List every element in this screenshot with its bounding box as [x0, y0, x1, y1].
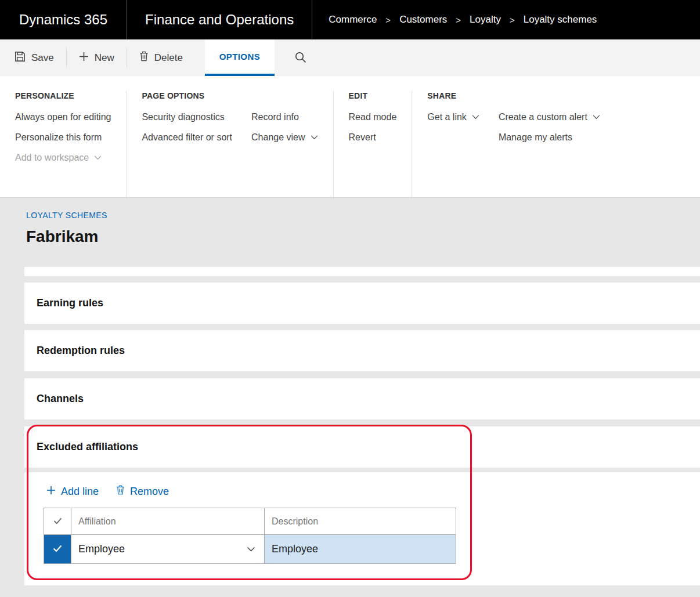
section-excluded-affiliations[interactable]: Excluded affiliations: [24, 426, 700, 468]
action-toolbar: Save New Delete OPTIONS: [0, 39, 700, 76]
table-header-row: Affiliation Description: [44, 508, 456, 535]
section-label: Excluded affiliations: [37, 441, 138, 453]
breadcrumb-loyalty-schemes[interactable]: Loyalty schemes: [524, 14, 597, 26]
chevron-down-icon: [593, 115, 600, 120]
column-header-affiliation[interactable]: Affiliation: [71, 508, 265, 535]
section-redemption-rules[interactable]: Redemption rules: [24, 330, 700, 371]
always-open-for-editing-label: Always open for editing: [15, 112, 111, 122]
personalize-group: PERSONALIZE Always open for editing Pers…: [0, 91, 126, 197]
manage-my-alerts-label: Manage my alerts: [499, 132, 572, 143]
revert[interactable]: Revert: [349, 132, 397, 143]
search-button[interactable]: [282, 39, 319, 76]
chevron-down-icon: [472, 115, 479, 120]
grid-toolbar: Add line Remove: [46, 485, 700, 498]
affiliation-dropdown[interactable]: Employee: [71, 535, 265, 564]
security-diagnostics-label: Security diagnostics: [142, 112, 224, 122]
share-title: SHARE: [427, 91, 600, 100]
trash-icon: [116, 485, 125, 498]
affiliation-value: Employee: [78, 543, 125, 555]
table-row: Employee Employee: [44, 535, 456, 564]
personalize-title: PERSONALIZE: [15, 91, 111, 100]
select-all-checkbox[interactable]: [44, 508, 71, 535]
module-title[interactable]: Finance and Operations: [127, 0, 312, 39]
read-mode-label: Read mode: [349, 112, 397, 122]
change-view[interactable]: Change view: [251, 132, 318, 143]
chevron-down-icon: [94, 155, 102, 160]
edit-group: EDIT Read mode Revert: [333, 91, 412, 197]
search-icon: [294, 51, 306, 65]
column-header-description[interactable]: Description: [265, 508, 456, 535]
description-field[interactable]: Employee: [265, 535, 456, 564]
new-button[interactable]: New: [67, 39, 127, 76]
excluded-affiliations-section: Excluded affiliations Add line Remove: [24, 426, 700, 585]
app-title[interactable]: Dynamics 365: [0, 0, 127, 39]
create-a-custom-alert[interactable]: Create a custom alert: [499, 112, 600, 122]
plus-icon: [46, 486, 56, 498]
options-tab-label: OPTIONS: [219, 52, 260, 61]
page-content: LOYALTY SCHEMES Fabrikam Earning rules R…: [0, 198, 700, 597]
security-diagnostics[interactable]: Security diagnostics: [142, 112, 232, 122]
add-line-label: Add line: [61, 486, 99, 498]
delete-button[interactable]: Delete: [127, 39, 195, 76]
save-button[interactable]: Save: [2, 39, 66, 76]
section-label: Redemption rules: [37, 345, 125, 357]
personalize-this-form[interactable]: Personalize this form: [15, 132, 111, 143]
always-open-for-editing[interactable]: Always open for editing: [15, 112, 111, 122]
get-a-link[interactable]: Get a link: [427, 112, 479, 122]
new-label: New: [95, 52, 114, 64]
breadcrumb-loyalty[interactable]: Loyalty: [470, 14, 501, 26]
options-panel: PERSONALIZE Always open for editing Pers…: [0, 76, 700, 198]
breadcrumb: Commerce > Customers > Loyalty > Loyalty…: [312, 0, 613, 39]
tab-options[interactable]: OPTIONS: [205, 39, 275, 76]
chevron-down-icon[interactable]: [247, 547, 255, 552]
collapsed-strip: [24, 267, 700, 276]
add-to-workspace-label: Add to workspace: [15, 153, 89, 163]
record-info[interactable]: Record info: [251, 112, 318, 122]
manage-my-alerts[interactable]: Manage my alerts: [499, 132, 600, 143]
record-info-label: Record info: [251, 112, 299, 122]
edit-title: EDIT: [349, 91, 397, 100]
read-mode[interactable]: Read mode: [349, 112, 397, 122]
breadcrumb-separator: >: [510, 15, 515, 25]
trash-icon: [139, 51, 149, 64]
revert-label: Revert: [349, 132, 376, 143]
advanced-filter-or-sort[interactable]: Advanced filter or sort: [142, 132, 232, 143]
section-channels[interactable]: Channels: [24, 378, 700, 419]
personalize-this-form-label: Personalize this form: [15, 132, 102, 143]
add-line-button[interactable]: Add line: [46, 486, 99, 498]
breadcrumb-separator: >: [456, 15, 461, 25]
excluded-affiliations-body: Add line Remove: [24, 472, 700, 585]
get-a-link-label: Get a link: [427, 112, 467, 122]
page-title: Fabrikam: [26, 227, 700, 247]
add-to-workspace[interactable]: Add to workspace: [15, 153, 111, 163]
delete-label: Delete: [154, 52, 183, 64]
section-earning-rules[interactable]: Earning rules: [24, 283, 700, 324]
section-label: Channels: [37, 393, 84, 405]
breadcrumb-commerce[interactable]: Commerce: [329, 14, 377, 26]
change-view-label: Change view: [251, 132, 305, 143]
save-icon: [15, 51, 26, 65]
remove-button[interactable]: Remove: [116, 485, 169, 498]
check-icon: [53, 543, 62, 555]
page-options-group: PAGE OPTIONS Security diagnostics Advanc…: [126, 91, 333, 197]
advanced-filter-or-sort-label: Advanced filter or sort: [142, 132, 232, 143]
topbar: Dynamics 365 Finance and Operations Comm…: [0, 0, 700, 39]
section-label: Earning rules: [37, 297, 103, 309]
breadcrumb-customers[interactable]: Customers: [399, 14, 447, 26]
row-checkbox-selected[interactable]: [44, 535, 71, 564]
page-caption: LOYALTY SCHEMES: [26, 211, 700, 220]
remove-label: Remove: [130, 486, 169, 498]
create-a-custom-alert-label: Create a custom alert: [499, 112, 587, 122]
share-group: SHARE Get a link Create a custom alert: [412, 91, 615, 197]
affiliations-table: Affiliation Description Employee: [44, 508, 456, 564]
breadcrumb-separator: >: [385, 15, 391, 25]
check-icon: [53, 516, 62, 526]
chevron-down-icon: [311, 135, 318, 140]
plus-icon: [79, 52, 89, 64]
save-label: Save: [31, 52, 54, 64]
page-options-title: PAGE OPTIONS: [142, 91, 317, 100]
